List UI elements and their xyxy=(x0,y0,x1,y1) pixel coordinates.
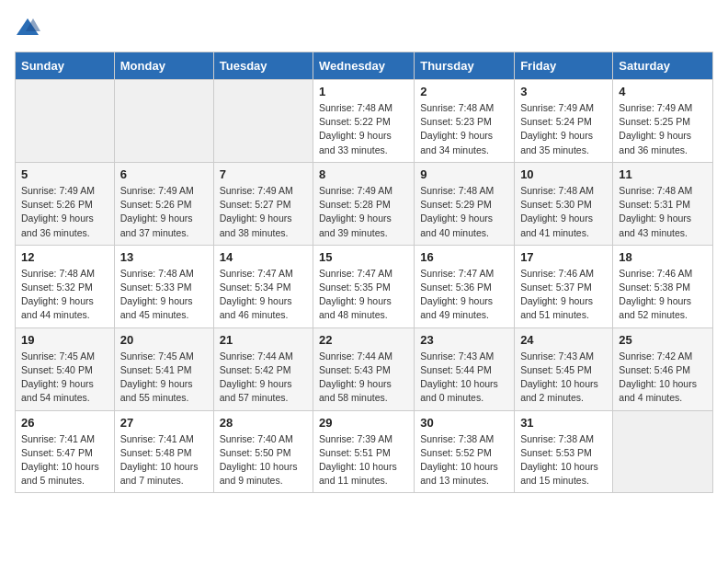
day-number: 19 xyxy=(21,333,108,347)
day-number: 29 xyxy=(319,416,408,430)
weekday-header-cell: Tuesday xyxy=(213,52,313,80)
day-info: Sunrise: 7:38 AM Sunset: 5:53 PM Dayligh… xyxy=(520,432,607,488)
day-number: 6 xyxy=(120,167,208,181)
day-number: 17 xyxy=(520,250,607,264)
day-info: Sunrise: 7:43 AM Sunset: 5:45 PM Dayligh… xyxy=(520,350,607,406)
day-info: Sunrise: 7:42 AM Sunset: 5:46 PM Dayligh… xyxy=(619,350,707,406)
day-info: Sunrise: 7:49 AM Sunset: 5:28 PM Dayligh… xyxy=(319,184,408,240)
calendar-day-cell: 20Sunrise: 7:45 AM Sunset: 5:41 PM Dayli… xyxy=(114,327,213,410)
day-number: 7 xyxy=(220,167,307,181)
calendar-week-row: 26Sunrise: 7:41 AM Sunset: 5:47 PM Dayli… xyxy=(16,410,713,493)
day-number: 26 xyxy=(21,416,108,430)
calendar-day-cell: 4Sunrise: 7:49 AM Sunset: 5:25 PM Daylig… xyxy=(613,80,713,163)
day-info: Sunrise: 7:48 AM Sunset: 5:33 PM Dayligh… xyxy=(120,267,208,323)
day-info: Sunrise: 7:48 AM Sunset: 5:23 PM Dayligh… xyxy=(420,101,508,157)
day-info: Sunrise: 7:46 AM Sunset: 5:37 PM Dayligh… xyxy=(520,267,607,323)
calendar-day-cell: 26Sunrise: 7:41 AM Sunset: 5:47 PM Dayli… xyxy=(16,410,115,493)
weekday-header-row: SundayMondayTuesdayWednesdayThursdayFrid… xyxy=(16,52,713,80)
day-number: 16 xyxy=(420,250,508,264)
day-number: 18 xyxy=(619,250,707,264)
day-info: Sunrise: 7:48 AM Sunset: 5:29 PM Dayligh… xyxy=(420,184,508,240)
calendar-day-cell: 10Sunrise: 7:48 AM Sunset: 5:30 PM Dayli… xyxy=(515,162,613,245)
day-info: Sunrise: 7:47 AM Sunset: 5:35 PM Dayligh… xyxy=(319,267,408,323)
day-info: Sunrise: 7:41 AM Sunset: 5:47 PM Dayligh… xyxy=(21,432,108,488)
day-info: Sunrise: 7:49 AM Sunset: 5:25 PM Dayligh… xyxy=(619,101,707,157)
calendar-table: SundayMondayTuesdayWednesdayThursdayFrid… xyxy=(15,52,713,493)
calendar-day-cell: 22Sunrise: 7:44 AM Sunset: 5:43 PM Dayli… xyxy=(313,327,415,410)
weekday-header-cell: Saturday xyxy=(613,52,713,80)
day-number: 23 xyxy=(420,333,508,347)
logo xyxy=(15,15,44,40)
calendar-day-cell xyxy=(16,80,115,163)
day-info: Sunrise: 7:40 AM Sunset: 5:50 PM Dayligh… xyxy=(220,432,307,488)
day-number: 3 xyxy=(520,85,607,98)
day-number: 30 xyxy=(420,416,508,430)
calendar-day-cell: 14Sunrise: 7:47 AM Sunset: 5:34 PM Dayli… xyxy=(213,245,313,327)
calendar-day-cell: 25Sunrise: 7:42 AM Sunset: 5:46 PM Dayli… xyxy=(613,327,713,410)
logo-icon xyxy=(15,15,40,40)
day-number: 24 xyxy=(520,333,607,347)
calendar-day-cell xyxy=(613,410,713,493)
calendar-day-cell: 1Sunrise: 7:48 AM Sunset: 5:22 PM Daylig… xyxy=(313,80,415,163)
day-number: 28 xyxy=(220,416,307,430)
day-info: Sunrise: 7:49 AM Sunset: 5:26 PM Dayligh… xyxy=(120,184,208,240)
weekday-header-cell: Monday xyxy=(114,52,213,80)
day-number: 31 xyxy=(520,416,607,430)
calendar-day-cell: 18Sunrise: 7:46 AM Sunset: 5:38 PM Dayli… xyxy=(613,245,713,327)
day-info: Sunrise: 7:38 AM Sunset: 5:52 PM Dayligh… xyxy=(420,432,508,488)
calendar-day-cell: 8Sunrise: 7:49 AM Sunset: 5:28 PM Daylig… xyxy=(313,162,415,245)
day-number: 15 xyxy=(319,250,408,264)
day-info: Sunrise: 7:45 AM Sunset: 5:40 PM Dayligh… xyxy=(21,350,108,406)
calendar-week-row: 5Sunrise: 7:49 AM Sunset: 5:26 PM Daylig… xyxy=(16,162,713,245)
day-info: Sunrise: 7:47 AM Sunset: 5:36 PM Dayligh… xyxy=(420,267,508,323)
day-number: 14 xyxy=(220,250,307,264)
weekday-header-cell: Friday xyxy=(515,52,613,80)
calendar-day-cell xyxy=(114,80,213,163)
calendar-day-cell: 3Sunrise: 7:49 AM Sunset: 5:24 PM Daylig… xyxy=(515,80,613,163)
day-info: Sunrise: 7:48 AM Sunset: 5:22 PM Dayligh… xyxy=(319,101,408,157)
calendar-day-cell: 7Sunrise: 7:49 AM Sunset: 5:27 PM Daylig… xyxy=(213,162,313,245)
calendar-day-cell: 15Sunrise: 7:47 AM Sunset: 5:35 PM Dayli… xyxy=(313,245,415,327)
calendar-day-cell xyxy=(213,80,313,163)
calendar-day-cell: 23Sunrise: 7:43 AM Sunset: 5:44 PM Dayli… xyxy=(415,327,515,410)
day-number: 5 xyxy=(21,167,108,181)
day-info: Sunrise: 7:48 AM Sunset: 5:32 PM Dayligh… xyxy=(21,267,108,323)
day-info: Sunrise: 7:46 AM Sunset: 5:38 PM Dayligh… xyxy=(619,267,707,323)
calendar-day-cell: 24Sunrise: 7:43 AM Sunset: 5:45 PM Dayli… xyxy=(515,327,613,410)
calendar-day-cell: 9Sunrise: 7:48 AM Sunset: 5:29 PM Daylig… xyxy=(415,162,515,245)
calendar-body: 1Sunrise: 7:48 AM Sunset: 5:22 PM Daylig… xyxy=(16,80,713,493)
day-number: 10 xyxy=(520,167,607,181)
day-info: Sunrise: 7:49 AM Sunset: 5:26 PM Dayligh… xyxy=(21,184,108,240)
calendar-day-cell: 17Sunrise: 7:46 AM Sunset: 5:37 PM Dayli… xyxy=(515,245,613,327)
day-info: Sunrise: 7:43 AM Sunset: 5:44 PM Dayligh… xyxy=(420,350,508,406)
day-number: 8 xyxy=(319,167,408,181)
day-info: Sunrise: 7:45 AM Sunset: 5:41 PM Dayligh… xyxy=(120,350,208,406)
day-number: 11 xyxy=(619,167,707,181)
day-number: 27 xyxy=(120,416,208,430)
day-info: Sunrise: 7:47 AM Sunset: 5:34 PM Dayligh… xyxy=(220,267,307,323)
calendar-week-row: 19Sunrise: 7:45 AM Sunset: 5:40 PM Dayli… xyxy=(16,327,713,410)
day-info: Sunrise: 7:39 AM Sunset: 5:51 PM Dayligh… xyxy=(319,432,408,488)
calendar-day-cell: 30Sunrise: 7:38 AM Sunset: 5:52 PM Dayli… xyxy=(415,410,515,493)
calendar-day-cell: 5Sunrise: 7:49 AM Sunset: 5:26 PM Daylig… xyxy=(16,162,115,245)
calendar-day-cell: 6Sunrise: 7:49 AM Sunset: 5:26 PM Daylig… xyxy=(114,162,213,245)
day-info: Sunrise: 7:41 AM Sunset: 5:48 PM Dayligh… xyxy=(120,432,208,488)
day-number: 9 xyxy=(420,167,508,181)
page-header xyxy=(15,15,713,40)
day-info: Sunrise: 7:44 AM Sunset: 5:43 PM Dayligh… xyxy=(319,350,408,406)
calendar-day-cell: 13Sunrise: 7:48 AM Sunset: 5:33 PM Dayli… xyxy=(114,245,213,327)
day-number: 1 xyxy=(319,85,408,98)
calendar-day-cell: 31Sunrise: 7:38 AM Sunset: 5:53 PM Dayli… xyxy=(515,410,613,493)
day-info: Sunrise: 7:49 AM Sunset: 5:24 PM Dayligh… xyxy=(520,101,607,157)
day-number: 2 xyxy=(420,85,508,98)
day-number: 13 xyxy=(120,250,208,264)
day-info: Sunrise: 7:48 AM Sunset: 5:31 PM Dayligh… xyxy=(619,184,707,240)
day-number: 22 xyxy=(319,333,408,347)
day-number: 20 xyxy=(120,333,208,347)
calendar-day-cell: 19Sunrise: 7:45 AM Sunset: 5:40 PM Dayli… xyxy=(16,327,115,410)
calendar-week-row: 12Sunrise: 7:48 AM Sunset: 5:32 PM Dayli… xyxy=(16,245,713,327)
day-number: 4 xyxy=(619,85,707,98)
day-info: Sunrise: 7:44 AM Sunset: 5:42 PM Dayligh… xyxy=(220,350,307,406)
day-info: Sunrise: 7:48 AM Sunset: 5:30 PM Dayligh… xyxy=(520,184,607,240)
calendar-day-cell: 12Sunrise: 7:48 AM Sunset: 5:32 PM Dayli… xyxy=(16,245,115,327)
